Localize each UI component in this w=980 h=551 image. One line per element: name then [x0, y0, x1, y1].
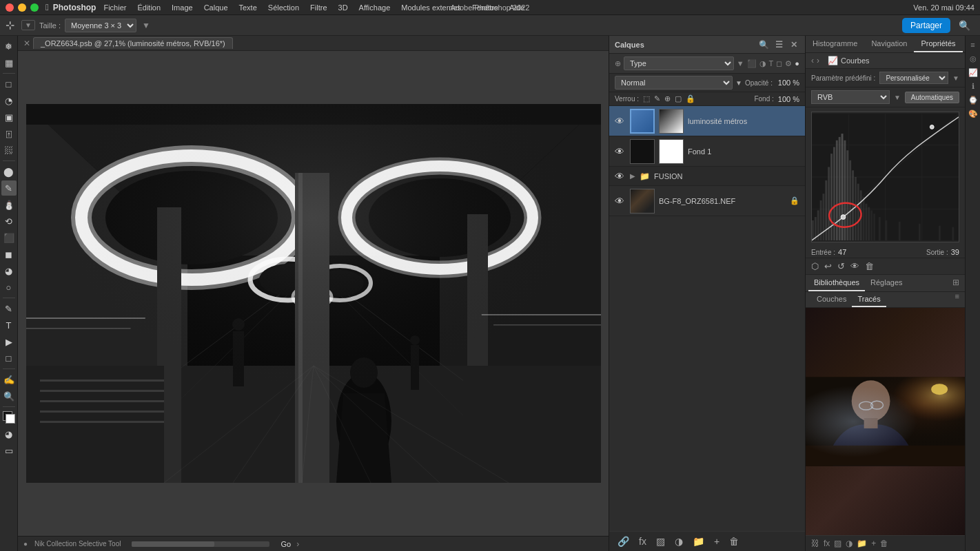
lasso-tool[interactable]: ◔	[1, 93, 17, 108]
auto-button[interactable]: Automatiques	[905, 92, 959, 103]
menu-texte[interactable]: Texte	[234, 2, 262, 13]
side-curves-icon[interactable]: 📈	[967, 66, 979, 79]
lock-artboard-icon[interactable]: ▢	[675, 94, 682, 103]
screen-mode-tool[interactable]: ▭	[1, 443, 17, 458]
history-brush-tool[interactable]: ⟲	[1, 214, 17, 229]
side-properties-icon[interactable]: ≡	[967, 39, 979, 51]
mask-btn[interactable]: ▨	[653, 534, 668, 548]
menu-image[interactable]: Image	[167, 2, 198, 13]
filter-adjust-icon[interactable]: ◑	[759, 59, 766, 68]
lock-position-icon[interactable]: ⊕	[664, 94, 671, 103]
eraser-tool[interactable]: ⬛	[1, 230, 17, 245]
prop-new-icon[interactable]: +	[871, 539, 876, 548]
zoom-tool[interactable]: 🔍	[1, 388, 17, 404]
entree-value[interactable]: 47	[838, 248, 846, 256]
move-tool[interactable]: ❅	[1, 39, 17, 54]
preset-select[interactable]: Personnalisée	[879, 72, 948, 84]
partager-button[interactable]: Partager	[902, 18, 950, 33]
group-arrow-icon[interactable]: ▶	[630, 172, 635, 180]
menu-calque[interactable]: Calque	[199, 2, 233, 13]
fg-bg-colors[interactable]	[1, 410, 17, 425]
lock-all-icon[interactable]: 🔒	[686, 94, 695, 103]
tool-preset-picker[interactable]: ▼	[21, 20, 35, 30]
group-btn[interactable]: 📁	[690, 534, 707, 548]
prop-delete-icon[interactable]: 🗑	[880, 539, 888, 548]
go-arrow[interactable]: ›	[296, 539, 299, 549]
fond-value[interactable]: 100 %	[778, 95, 799, 103]
curves-graph[interactable]	[811, 112, 959, 242]
next-icon[interactable]: ›	[817, 56, 819, 65]
layer-item-luminosite[interactable]: 👁 luminosité métros	[609, 106, 805, 136]
prop-group-icon[interactable]: 📁	[857, 539, 867, 548]
healing-tool[interactable]: ⬤	[1, 164, 17, 179]
dodge-tool[interactable]: ○	[1, 280, 17, 295]
prop-fx-icon[interactable]: fx	[824, 539, 830, 548]
side-info-icon[interactable]: ℹ	[967, 80, 979, 92]
opacity-value[interactable]: 100 %	[775, 79, 799, 87]
clip-to-layer-btn[interactable]: ⬡	[811, 261, 819, 271]
blur-tool[interactable]: ◕	[1, 263, 17, 278]
search-button[interactable]: 🔍	[955, 19, 974, 32]
brush-tool[interactable]: ✎	[1, 180, 17, 196]
link-layers-btn[interactable]: 🔗	[615, 534, 632, 548]
menu-3d[interactable]: 3D	[334, 2, 353, 13]
tab-close-icon[interactable]: ✕	[21, 39, 33, 48]
close-button[interactable]	[6, 3, 14, 12]
marquee-tool[interactable]: □	[1, 76, 17, 92]
menu-fichier[interactable]: Fichier	[99, 2, 131, 13]
expand-icon[interactable]: ⊞	[950, 275, 962, 291]
tab-traces[interactable]: Tracés	[852, 292, 886, 307]
layer-item-fond[interactable]: 👁 Fond 1	[609, 136, 805, 167]
menu-affichage[interactable]: Affichage	[354, 2, 396, 13]
prev-icon[interactable]: ‹	[811, 56, 814, 65]
fx-btn[interactable]: fx	[636, 534, 649, 548]
clone-tool[interactable]: ⛄	[1, 197, 17, 212]
filter-pixel-icon[interactable]: ⬛	[747, 59, 757, 68]
prev-state-btn[interactable]: ↩	[824, 261, 832, 271]
layer-type-filter[interactable]: Type	[624, 56, 734, 70]
tab-couches[interactable]: Couches	[811, 292, 852, 307]
canvas-wrapper[interactable]	[18, 51, 609, 536]
new-layer-btn[interactable]: +	[711, 534, 722, 548]
layer-group-fusion[interactable]: 👁 ▶ 📁 FUSION	[609, 167, 805, 186]
layer-vis-bg[interactable]: 👁	[615, 196, 626, 207]
filter-type-icon2[interactable]: T	[769, 59, 774, 67]
lock-paint-icon[interactable]: ✎	[654, 94, 660, 103]
prop-mask-icon[interactable]: ▨	[834, 539, 841, 548]
side-navigator-icon[interactable]: ◎	[967, 52, 979, 65]
channel-select[interactable]: RVB	[811, 90, 890, 104]
brush-size-select[interactable]: Moyenne 3 × 3	[65, 19, 136, 32]
document-tab[interactable]: _ORZ6634.psb @ 27,1% (luminosité métros,…	[33, 37, 233, 49]
prop-adj-icon[interactable]: ◑	[846, 539, 853, 548]
reset-btn[interactable]: ↺	[837, 261, 845, 271]
filter-toggle[interactable]: ●	[795, 59, 799, 67]
layer-item-bg[interactable]: 👁 BG-F8_ORZ6581.NEF 🔒	[609, 186, 805, 216]
filter-smart-icon[interactable]: ⚙	[785, 59, 792, 68]
tab-bibliotheques[interactable]: Bibliothèques	[808, 275, 865, 291]
path-select-tool[interactable]: ▶	[1, 334, 17, 349]
visibility-btn[interactable]: 👁	[850, 261, 859, 271]
layer-vis-fusion[interactable]: 👁	[615, 171, 626, 182]
object-select-tool[interactable]: ▣	[1, 110, 17, 125]
lock-transparency-icon[interactable]: ⬚	[643, 94, 650, 103]
pen-tool[interactable]: ✎	[1, 301, 17, 316]
tab-navigation[interactable]: Navigation	[864, 36, 914, 52]
layers-close-icon[interactable]: ✕	[788, 39, 799, 50]
go-button[interactable]: Go	[280, 540, 291, 548]
layer-vis-fond[interactable]: 👁	[615, 146, 626, 157]
artboard-tool[interactable]: ▦	[1, 55, 17, 70]
tab-reglages[interactable]: Réglages	[865, 275, 908, 291]
gradient-tool[interactable]: ◼	[1, 247, 17, 262]
side-history-icon[interactable]: ⌚	[967, 94, 979, 106]
prop-link-icon[interactable]: ⛓	[811, 539, 819, 548]
type-tool[interactable]: T	[1, 318, 17, 333]
side-color-icon[interactable]: 🎨	[967, 107, 979, 120]
menu-filtre[interactable]: Filtre	[305, 2, 331, 13]
menu-selection[interactable]: Sélection	[263, 2, 304, 13]
blend-mode-select[interactable]: Normal	[615, 76, 733, 90]
minimize-button[interactable]	[18, 3, 26, 12]
layer-vis-luminosite[interactable]: 👁	[615, 116, 626, 127]
crop-tool[interactable]: ⍐	[1, 126, 17, 141]
layers-menu-icon[interactable]: ☰	[773, 39, 784, 50]
menu-edition[interactable]: Édition	[132, 2, 165, 13]
